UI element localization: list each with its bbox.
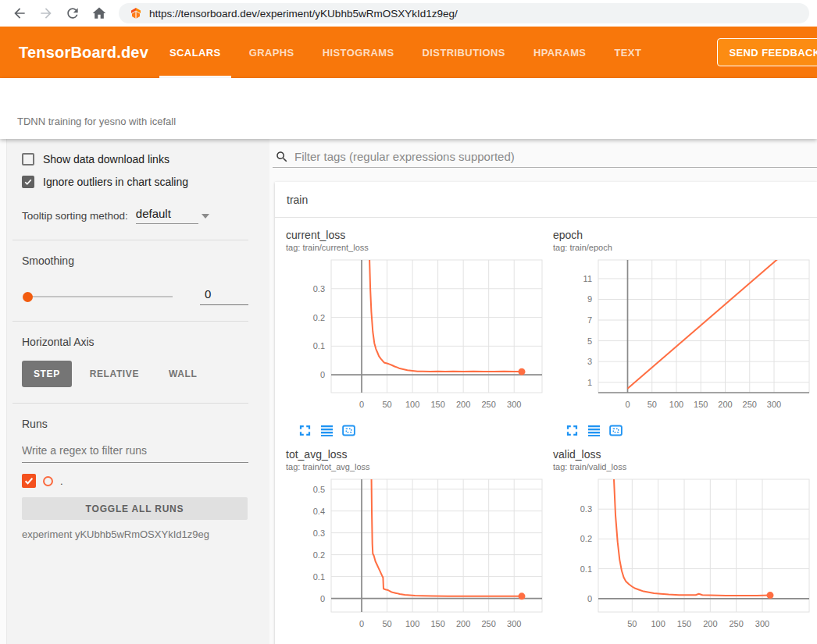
tab-distributions[interactable]: DISTRIBUTIONS	[419, 27, 509, 78]
checkbox-unchecked-icon[interactable]	[22, 153, 34, 165]
chart-plot-current_loss[interactable]: 05010015020025030000.10.20.3	[283, 255, 548, 421]
chart-card-epoch: epochtag: train/epoch0501001502002503001…	[550, 229, 815, 437]
svg-text:0.2: 0.2	[313, 550, 325, 560]
svg-text:0.2: 0.2	[313, 313, 325, 322]
run-color-swatch	[43, 476, 53, 486]
chart-plot-tot_avg_loss[interactable]: 05010015020025030000.10.20.30.40.5	[283, 475, 548, 640]
fit-domain-to-data-icon[interactable]	[609, 424, 623, 437]
search-icon	[275, 150, 289, 164]
chart-plot-valid_loss[interactable]: 5010015020025030000.10.20.3	[550, 475, 815, 640]
checkbox-checked-icon[interactable]	[22, 176, 34, 188]
axis-wall-button[interactable]: WALL	[157, 361, 209, 387]
last-point-marker	[767, 592, 774, 599]
browser-toolbar: https://tensorboard.dev/experiment/yKUbh…	[0, 0, 817, 27]
tab-hparams[interactable]: HPARAMS	[530, 27, 590, 78]
svg-text:100: 100	[651, 619, 665, 628]
chart-tag: tag: train/valid_loss	[550, 462, 815, 471]
chart-plot-epoch[interactable]: 0501001502002503001357911	[550, 255, 815, 421]
experiment-header: TDNN training for yesno with icefall	[0, 78, 817, 139]
svg-text:250: 250	[482, 400, 496, 409]
svg-text:250: 250	[743, 400, 757, 409]
tooltip-sorting-row: Tooltip sorting method: default	[22, 207, 248, 224]
svg-text:5: 5	[587, 336, 592, 346]
svg-text:11: 11	[583, 274, 592, 283]
svg-text:7: 7	[587, 315, 592, 325]
svg-text:0: 0	[625, 400, 630, 409]
app-logo: TensorBoard.dev	[19, 44, 137, 62]
svg-text:150: 150	[694, 400, 708, 409]
slider-thumb[interactable]	[23, 292, 33, 302]
tooltip-sorting-select[interactable]: default	[136, 207, 198, 224]
chart-title: valid_loss	[550, 448, 815, 461]
general-settings-section: Show data download links Ignore outliers…	[7, 139, 269, 240]
svg-text:0: 0	[320, 594, 325, 603]
chart-title: epoch	[550, 229, 815, 241]
svg-text:150: 150	[430, 619, 444, 628]
fit-domain-to-data-icon[interactable]	[342, 424, 355, 437]
chart-tag: tag: train/tot_avg_loss	[283, 462, 548, 471]
svg-text:0: 0	[320, 370, 325, 379]
svg-text:50: 50	[648, 400, 657, 409]
svg-text:0.1: 0.1	[313, 341, 325, 350]
svg-text:50: 50	[382, 400, 391, 409]
smoothing-slider[interactable]	[24, 296, 173, 297]
svg-text:100: 100	[405, 619, 419, 628]
settings-sidebar: Show data download links Ignore outliers…	[0, 139, 269, 644]
data-table-icon[interactable]	[320, 424, 334, 437]
chart-title: tot_avg_loss	[283, 448, 548, 461]
tensorboard-favicon	[130, 7, 142, 20]
svg-text:0.5: 0.5	[313, 485, 325, 494]
tag-filter-input[interactable]	[294, 150, 817, 163]
svg-text:300: 300	[767, 400, 781, 409]
toggle-all-runs-button[interactable]: TOGGLE ALL RUNS	[22, 497, 248, 520]
run-checkbox-checked-icon[interactable]	[22, 474, 36, 488]
svg-text:50: 50	[382, 619, 391, 628]
runs-section: Runs . TOGGLE ALL RUNS experiment yKUbhb…	[7, 404, 269, 556]
axis-step-button[interactable]: STEP	[22, 361, 72, 387]
back-icon[interactable]	[12, 5, 27, 21]
svg-text:300: 300	[507, 619, 521, 628]
svg-text:0.3: 0.3	[580, 504, 592, 514]
sidebar-scrollbar[interactable]	[0, 139, 7, 644]
svg-text:200: 200	[456, 400, 470, 409]
chart-tag: tag: train/current_loss	[283, 243, 548, 252]
checkbox-label: Show data download links	[43, 153, 169, 165]
axis-relative-button[interactable]: RELATIVE	[78, 361, 151, 387]
section-header-train[interactable]: train	[275, 182, 817, 218]
runs-filter-input[interactable]	[22, 439, 248, 463]
forward-icon[interactable]	[38, 5, 54, 21]
show-download-links-checkbox[interactable]: Show data download links	[22, 153, 248, 165]
last-point-marker	[518, 368, 525, 375]
tab-graphs[interactable]: GRAPHS	[245, 27, 298, 78]
svg-text:0: 0	[587, 594, 592, 603]
svg-text:0.2: 0.2	[580, 534, 592, 543]
chart-card-valid_loss: valid_losstag: train/valid_loss501001502…	[550, 448, 815, 644]
url-text: https://tensorboard.dev/experiment/yKUbh…	[149, 8, 458, 20]
tab-histograms[interactable]: HISTOGRAMS	[319, 27, 398, 78]
svg-text:300: 300	[755, 619, 769, 628]
last-point-marker	[518, 592, 525, 600]
svg-text:100: 100	[669, 400, 683, 409]
ignore-outliers-checkbox[interactable]: Ignore outliers in chart scaling	[22, 176, 248, 188]
svg-text:150: 150	[430, 400, 444, 409]
reload-icon[interactable]	[65, 5, 80, 21]
chart-card-current_loss: current_losstag: train/current_loss05010…	[283, 229, 548, 437]
series-line	[612, 475, 770, 596]
run-name: .	[60, 475, 63, 487]
expand-chart-icon[interactable]	[565, 424, 579, 437]
home-icon[interactable]	[91, 5, 107, 21]
svg-text:0.3: 0.3	[313, 528, 325, 538]
tab-text[interactable]: TEXT	[610, 27, 645, 78]
send-feedback-button[interactable]: SEND FEEDBACK	[717, 38, 817, 66]
svg-text:0.4: 0.4	[313, 507, 325, 516]
checkbox-label: Ignore outliers in chart scaling	[43, 176, 188, 188]
tab-scalars[interactable]: SCALARS	[166, 27, 225, 78]
smoothing-value[interactable]: 0	[200, 287, 248, 305]
address-bar[interactable]: https://tensorboard.dev/experiment/yKUbh…	[119, 3, 809, 23]
nav-tabs: SCALARSGRAPHSHISTOGRAMSDISTRIBUTIONSHPAR…	[166, 27, 665, 78]
data-table-icon[interactable]	[587, 424, 601, 437]
expand-chart-icon[interactable]	[298, 424, 312, 437]
svg-text:200: 200	[456, 619, 470, 628]
run-row[interactable]: .	[22, 474, 248, 488]
tooltip-sorting-label: Tooltip sorting method:	[22, 210, 128, 224]
